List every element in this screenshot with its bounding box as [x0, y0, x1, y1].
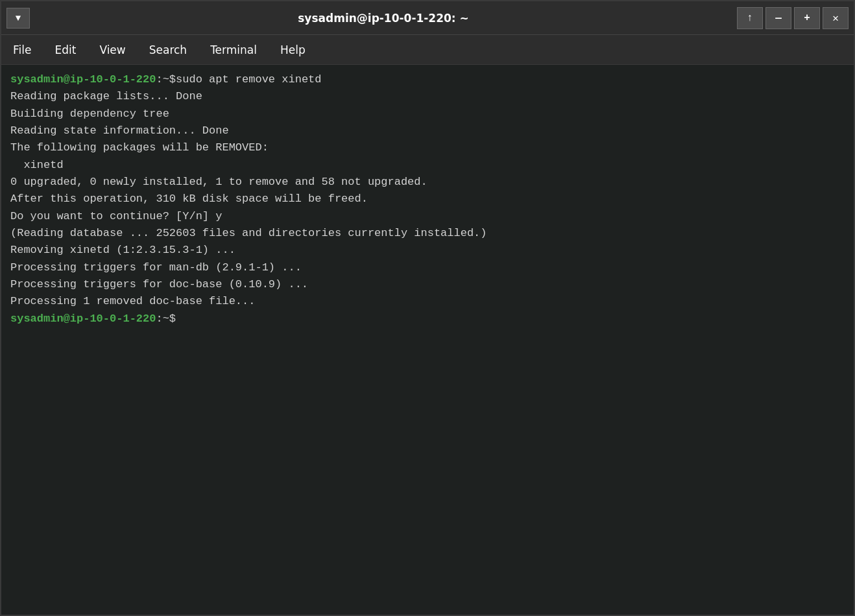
menu-edit[interactable]: Edit — [51, 41, 80, 59]
terminal-window: ▼ sysadmin@ip-10-0-1-220: ~ ↑ — + ✕ File… — [0, 0, 855, 616]
titlebar: ▼ sysadmin@ip-10-0-1-220: ~ ↑ — + ✕ — [1, 1, 854, 35]
command-1-text: sudo apt remove xinetd — [176, 71, 321, 88]
minimize-button[interactable]: — — [765, 7, 791, 29]
prompt-2-suffix: :~$ — [156, 311, 176, 327]
menu-help[interactable]: Help — [276, 41, 309, 59]
prompt-2: sysadmin@ip-10-0-1-220 — [10, 311, 156, 327]
output-line-11: Processing triggers for doc-base (0.10.9… — [10, 276, 845, 293]
titlebar-left: ▼ — [6, 8, 30, 29]
output-line-5: 0 upgraded, 0 newly installed, 1 to remo… — [10, 174, 845, 191]
scroll-up-button[interactable]: ↑ — [737, 7, 763, 29]
terminal-body[interactable]: sysadmin@ip-10-0-1-220 :~$ sudo apt remo… — [1, 65, 854, 615]
command-line-2: sysadmin@ip-10-0-1-220 :~$ — [10, 311, 845, 327]
output-line-2: Reading state information... Done — [10, 123, 845, 139]
menu-view[interactable]: View — [95, 41, 129, 59]
dropdown-button[interactable]: ▼ — [6, 8, 30, 29]
menu-search[interactable]: Search — [145, 41, 191, 59]
menu-terminal[interactable]: Terminal — [206, 41, 261, 59]
window-title: sysadmin@ip-10-0-1-220: ~ — [30, 12, 737, 25]
maximize-button[interactable]: + — [794, 7, 820, 29]
output-line-7: Do you want to continue? [Y/n] y — [10, 208, 845, 225]
command-line-1: sysadmin@ip-10-0-1-220 :~$ sudo apt remo… — [10, 71, 845, 88]
output-line-1: Building dependency tree — [10, 106, 845, 123]
menu-file[interactable]: File — [9, 41, 35, 59]
output-line-10: Processing triggers for man-db (2.9.1-1)… — [10, 259, 845, 276]
window-controls: ↑ — + ✕ — [737, 7, 849, 29]
prompt-1: sysadmin@ip-10-0-1-220 — [10, 71, 156, 88]
output-line-8: (Reading database ... 252603 files and d… — [10, 225, 845, 242]
output-line-9: Removing xinetd (1:2.3.15.3-1) ... — [10, 242, 845, 259]
output-line-12: Processing 1 removed doc-base file... — [10, 293, 845, 310]
output-line-3: The following packages will be REMOVED: — [10, 139, 845, 156]
output-line-6: After this operation, 310 kB disk space … — [10, 191, 845, 207]
output-line-0: Reading package lists... Done — [10, 88, 845, 105]
output-line-4: xinetd — [10, 157, 845, 174]
close-button[interactable]: ✕ — [823, 7, 849, 29]
menubar: File Edit View Search Terminal Help — [1, 35, 854, 65]
prompt-1-suffix: :~$ — [156, 71, 176, 88]
